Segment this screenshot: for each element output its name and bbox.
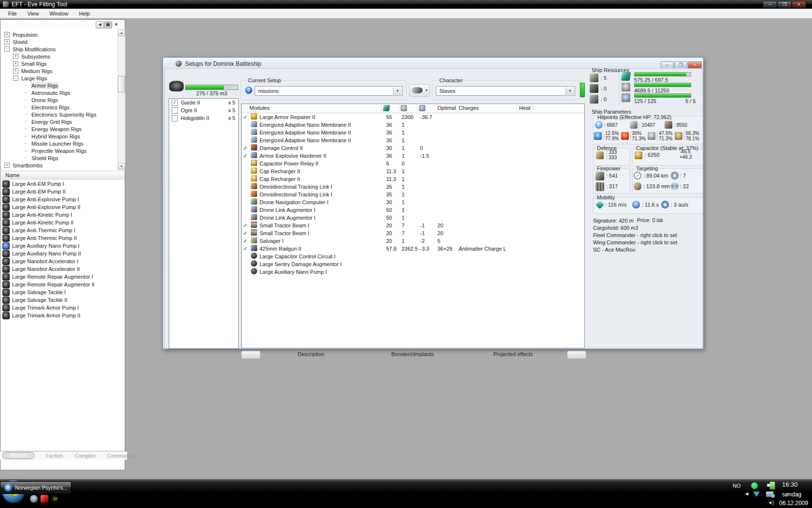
module-row[interactable]: Omnidirectional Tracking Link I 35 1 bbox=[242, 183, 584, 191]
menu-item[interactable]: View bbox=[22, 9, 44, 18]
tree-expander-icon[interactable] bbox=[23, 83, 29, 88]
list-item[interactable]: Large Salvage Tackle I bbox=[1, 288, 125, 296]
scroll-up-icon[interactable]: ▲ bbox=[118, 30, 125, 36]
panel-back-icon[interactable]: ◀ bbox=[96, 21, 104, 29]
module-row[interactable]: Large Auxiliary Nano Pump I bbox=[242, 268, 584, 276]
tree-expander-icon[interactable] bbox=[4, 39, 10, 45]
panel-tab[interactable]: Commander bbox=[107, 453, 137, 459]
tree-expander-icon[interactable] bbox=[4, 46, 10, 52]
chevron-down-icon[interactable]: ▼ bbox=[566, 87, 574, 95]
list-item[interactable]: Large Remote Repair Augmentor I bbox=[1, 273, 125, 281]
module-row[interactable]: Capacitor Power Relay II 6 0 bbox=[242, 160, 584, 167]
list-item[interactable]: Large Nanobot Accelerator I bbox=[1, 257, 125, 265]
tree-item[interactable]: Propulsion bbox=[1, 31, 116, 38]
drone-row[interactable]: Hobgoblin II x 5 bbox=[169, 114, 238, 122]
drone-row[interactable]: Ogre II x 5 bbox=[169, 106, 238, 114]
volume-icon[interactable] bbox=[768, 500, 774, 505]
list-item[interactable]: Large Anti-Kinetic Pump II bbox=[1, 219, 125, 226]
list-item[interactable]: Large Anti-Thermic Pump II bbox=[1, 234, 125, 242]
bottom-right-button[interactable] bbox=[567, 351, 586, 359]
module-row[interactable]: Small Tractor Beam I 20 7 -1 20 bbox=[242, 222, 584, 229]
scroll-down-icon[interactable]: ▼ bbox=[118, 163, 125, 170]
chevron-down-icon[interactable]: ▼ bbox=[393, 87, 402, 95]
module-row[interactable]: Small Tractor Beam I 20 7 -1 20 bbox=[242, 229, 584, 237]
menu-item[interactable]: File bbox=[3, 9, 22, 18]
panel-close-icon[interactable]: × bbox=[113, 21, 120, 28]
list-item[interactable]: Large Salvage Tackle II bbox=[1, 296, 125, 304]
tree-expander-icon[interactable] bbox=[13, 68, 18, 74]
tree-item[interactable]: Astronautic Rigs bbox=[1, 89, 116, 96]
drone-checkbox[interactable] bbox=[172, 107, 178, 114]
tree-expander-icon[interactable] bbox=[23, 90, 29, 95]
module-row[interactable]: Drone Navigation Computer I 30 1 bbox=[242, 198, 584, 206]
tree-item[interactable]: Energy Weapon Rigs bbox=[1, 125, 116, 133]
list-item[interactable]: Large Auxiliary Nano Pump I bbox=[1, 242, 125, 250]
character-dropdown[interactable]: Slaves ▼ bbox=[436, 86, 575, 96]
tree-expander-icon[interactable] bbox=[13, 61, 18, 66]
projected-effects-section-label[interactable]: Projected effects bbox=[478, 351, 548, 357]
tree-item[interactable]: Electronics Superiority Rigs bbox=[1, 111, 116, 118]
tree-item[interactable]: Shield bbox=[1, 38, 116, 45]
scrollbar-thumb[interactable] bbox=[118, 76, 125, 92]
list-item[interactable]: Large Anti-EM Pump I bbox=[1, 180, 125, 188]
module-row[interactable]: 425mm Railgun II 57.8 2362.5 -3.3 36+29 … bbox=[242, 245, 584, 253]
language-indicator[interactable]: NO bbox=[733, 483, 741, 489]
module-row[interactable]: Drone Link Augmentor I 50 1 bbox=[242, 206, 584, 214]
tree-expander-icon[interactable] bbox=[13, 54, 18, 59]
panel-tab[interactable]: Complex bbox=[75, 453, 96, 459]
battery-icon[interactable] bbox=[769, 481, 775, 490]
setups-window-titlebar[interactable]: Setups for Dominix Battleship – ❐ × bbox=[164, 59, 702, 68]
taskbar-button[interactable]: Norwegian Psycho's... bbox=[0, 481, 72, 494]
solidworks-icon[interactable] bbox=[41, 495, 48, 503]
tree-item[interactable]: Energy Grid Rigs bbox=[1, 118, 116, 125]
tree-expander-icon[interactable] bbox=[23, 112, 29, 117]
eve-shortcut-icon[interactable] bbox=[51, 495, 58, 503]
current-setup-dropdown[interactable]: missions ▼ bbox=[255, 86, 403, 96]
tree-expander-icon[interactable] bbox=[4, 163, 10, 168]
globe-icon[interactable] bbox=[30, 495, 38, 503]
list-item[interactable]: Large Anti-Thermic Pump I bbox=[1, 226, 125, 234]
module-row[interactable]: Energized Adaptive Nano Membrane II 36 1 bbox=[242, 121, 584, 129]
tree-item[interactable]: Drone Rigs bbox=[1, 96, 116, 104]
tree-expander-icon[interactable] bbox=[13, 75, 18, 81]
module-row[interactable]: Drone Link Augmentor I 50 1 bbox=[242, 214, 584, 222]
tree-expander-icon[interactable] bbox=[23, 98, 29, 102]
app-close-button[interactable]: × bbox=[792, 1, 806, 8]
network-icon[interactable] bbox=[766, 491, 774, 497]
panel-tab[interactable]: Faction bbox=[46, 453, 63, 459]
list-item[interactable]: Large Trimark Armor Pump I bbox=[1, 304, 125, 312]
tree-item[interactable]: Large Rigs bbox=[1, 75, 116, 82]
tree-expander-icon[interactable] bbox=[23, 134, 29, 138]
tree-item[interactable]: Ship Modifications bbox=[1, 45, 116, 53]
list-item[interactable]: Large Trimark Armor Pump II bbox=[1, 312, 125, 319]
module-row[interactable]: Armor Explosive Hardener II 36 1 -1.5 bbox=[242, 152, 584, 160]
menu-item[interactable]: Window bbox=[44, 9, 73, 18]
module-row[interactable]: Cap Recharger II 11.3 1 bbox=[242, 167, 584, 175]
tree-scrollbar[interactable]: ▲ ▼ bbox=[117, 30, 125, 170]
bottom-left-button[interactable] bbox=[241, 351, 261, 359]
module-row[interactable]: Large Sentry Damage Augmentor I bbox=[242, 260, 584, 268]
tree-item[interactable]: Missile Launcher Rigs bbox=[1, 140, 116, 147]
graphics-tray-icon[interactable] bbox=[753, 492, 760, 497]
app-minimize-button[interactable]: – bbox=[763, 1, 777, 8]
ship-browse-button[interactable]: ▼ bbox=[409, 84, 430, 97]
tree-expander-icon[interactable] bbox=[23, 141, 29, 146]
tree-expander-icon[interactable] bbox=[4, 32, 10, 37]
tree-item[interactable]: Medium Rigs bbox=[1, 67, 116, 75]
tree-item[interactable]: Small Rigs bbox=[1, 60, 116, 67]
module-row[interactable]: Omnidirectional Tracking Link I 35 1 bbox=[242, 191, 584, 198]
menu-item[interactable]: Help bbox=[74, 9, 96, 18]
module-row[interactable]: Cap Recharger II 11.3 1 bbox=[242, 175, 584, 183]
tree-expander-icon[interactable] bbox=[23, 149, 29, 153]
tree-item[interactable]: Projectile Weapon Rigs bbox=[1, 147, 116, 154]
module-row[interactable]: Large Armor Repairer II 55 2300 -36.7 bbox=[242, 113, 584, 121]
hidden-icons-chevron-icon[interactable] bbox=[745, 492, 748, 496]
spotify-tray-icon[interactable] bbox=[751, 482, 758, 489]
drone-checkbox[interactable] bbox=[172, 100, 178, 106]
tree-expander-icon[interactable] bbox=[23, 105, 29, 109]
module-row[interactable]: Energized Adaptive Nano Membrane II 36 1 bbox=[242, 129, 584, 136]
help-icon[interactable]: ? bbox=[245, 87, 252, 94]
panel-lock-icon[interactable] bbox=[104, 21, 112, 29]
tree-item[interactable]: Smartbombs bbox=[1, 162, 116, 169]
module-row[interactable]: Damage Control II 30 1 0 bbox=[242, 144, 584, 152]
